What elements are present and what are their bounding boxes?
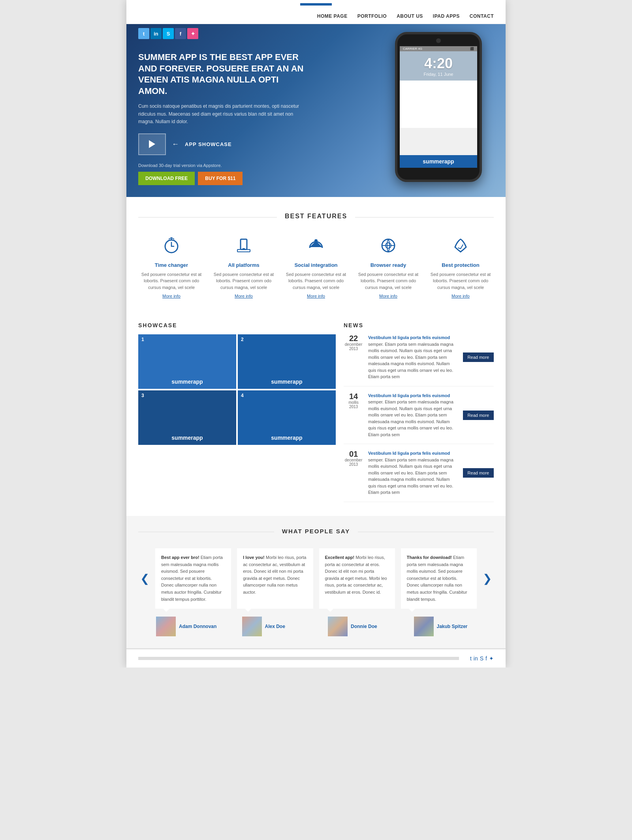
showcase-num-1: 1 bbox=[141, 337, 144, 342]
phone-time-area: 4:20 Friday, 11 June bbox=[400, 51, 477, 81]
footer-divider bbox=[138, 657, 459, 660]
carousel-next-button[interactable]: ❯ bbox=[481, 572, 494, 585]
showcase-play-button[interactable] bbox=[138, 133, 166, 155]
feature-all-platforms: All platforms Sed posuere consectetur es… bbox=[211, 234, 277, 299]
news-date-3: 01 december 2013 bbox=[344, 450, 363, 496]
nav-ipad[interactable]: IPAD APPS bbox=[433, 13, 460, 19]
hero-description: Cum sociis natoque penatibus et magnis d… bbox=[138, 103, 304, 126]
phone-app-name: summerapp bbox=[400, 155, 477, 168]
testimonial-4: Thanks for download! Etiam porta sem mal… bbox=[401, 548, 477, 609]
testimonial-1: Best app ever bro! Etiam porta sem males… bbox=[155, 548, 231, 609]
footer-linkedin-icon[interactable]: in bbox=[474, 655, 478, 662]
showcase-appname-2: summerapp bbox=[271, 379, 302, 385]
play-icon bbox=[149, 140, 155, 148]
phone-battery: ⬛ bbox=[470, 47, 474, 51]
nav-about[interactable]: ABOUT US bbox=[397, 13, 423, 19]
buy-button[interactable]: BUY FOR $11 bbox=[198, 172, 243, 185]
showcase-item-3[interactable]: 3 summerapp bbox=[138, 390, 236, 445]
dribbble-icon[interactable]: ✦ bbox=[187, 28, 198, 39]
testimonial-bold-4: Thanks for download! bbox=[407, 555, 452, 560]
all-platforms-link[interactable]: More info bbox=[211, 294, 277, 298]
news-link-2[interactable]: Vestibulum Id ligula porta felis euismod bbox=[368, 393, 450, 398]
features-section: BEST FEATURES Time changer Sed posuere c… bbox=[126, 197, 506, 315]
svg-point-7 bbox=[314, 239, 318, 242]
news-read-more-3[interactable]: Read more bbox=[463, 468, 494, 478]
best-protection-icon bbox=[449, 234, 472, 257]
social-integration-desc: Sed posuere consectetur est at lobortis.… bbox=[283, 271, 349, 291]
author-name-3: Donnie Doe bbox=[351, 624, 377, 629]
hero-showcase: ← APP SHOWCASE bbox=[138, 133, 304, 155]
showcase-appname-4: summerapp bbox=[271, 435, 302, 441]
footer-facebook-icon[interactable]: f bbox=[485, 655, 487, 662]
browser-ready-desc: Sed posuere consectetur est at lobortis.… bbox=[355, 271, 421, 291]
nav-home[interactable]: HOME PAGE bbox=[317, 13, 348, 19]
author-name-4: Jakub Spitzer bbox=[437, 624, 468, 629]
news-day-1: 22 bbox=[344, 334, 363, 342]
twitter-icon[interactable]: t bbox=[138, 28, 149, 39]
nav-portfolio[interactable]: PORTFOLIO bbox=[357, 13, 387, 19]
showcase-item-4[interactable]: 4 summerapp bbox=[238, 390, 336, 445]
showcase-arrow-icon: ← bbox=[172, 140, 179, 148]
main-nav: HOME PAGE PORTFOLIO ABOUT US IPAD APPS C… bbox=[126, 9, 506, 24]
linkedin-icon[interactable]: in bbox=[150, 28, 162, 39]
news-item-3: 01 december 2013 Vestibulum Id ligula po… bbox=[344, 450, 494, 502]
news-area: NEWS 22 december 2013 Vestibulum Id ligu… bbox=[344, 322, 494, 508]
phone-carrier: CARRIER 4G bbox=[403, 47, 422, 51]
time-changer-desc: Sed posuere consectetur est at lobortis.… bbox=[138, 271, 205, 291]
footer-dribbble-icon[interactable]: ✦ bbox=[489, 655, 494, 662]
footer-twitter-icon[interactable]: t bbox=[470, 655, 472, 662]
skype-icon[interactable]: S bbox=[163, 28, 174, 39]
testimonial-3: Excellent app! Morbi leo risus, porta ac… bbox=[319, 548, 395, 609]
social-integration-link[interactable]: More info bbox=[283, 294, 349, 298]
all-platforms-name: All platforms bbox=[211, 262, 277, 268]
showcase-appname-1: summerapp bbox=[171, 379, 203, 385]
download-free-button[interactable]: DOWNLOAD FREE bbox=[138, 172, 195, 185]
facebook-icon[interactable]: f bbox=[175, 28, 186, 39]
testimonials-carousel: ❮ Best app ever bro! Etiam porta sem mal… bbox=[138, 548, 494, 609]
hero-section: t in S f ✦ SUMMER APP IS THE BEST APP EV… bbox=[126, 24, 506, 197]
news-read-more-2[interactable]: Read more bbox=[463, 411, 494, 420]
best-protection-desc: Sed posuere consectetur est at lobortis.… bbox=[427, 271, 494, 291]
author-avatar-1 bbox=[156, 617, 176, 636]
hero-content: SUMMER APP IS THE BEST APP EVER AND FORE… bbox=[138, 40, 304, 185]
news-item-2: 14 mollis 2013 Vestibulum Id ligula port… bbox=[344, 392, 494, 444]
showcase-grid: 1 summerapp 2 summerapp 3 summerapp 4 su… bbox=[138, 334, 336, 445]
phone-status-bar: CARRIER 4G ⬛ bbox=[400, 46, 477, 51]
news-link-3[interactable]: Vestibulum Id ligula porta felis euismod bbox=[368, 451, 450, 456]
features-header: BEST FEATURES bbox=[138, 213, 494, 222]
browser-ready-link[interactable]: More info bbox=[355, 294, 421, 298]
testimonial-authors: Adam Donnovan Alex Doe Donnie Doe Jakub … bbox=[138, 617, 494, 636]
showcase-appname-3: summerapp bbox=[171, 435, 203, 441]
author-name-1: Adam Donnovan bbox=[179, 624, 216, 629]
browser-ready-name: Browser ready bbox=[355, 262, 421, 268]
author-4: Jakub Spitzer bbox=[414, 617, 494, 636]
best-protection-link[interactable]: More info bbox=[427, 294, 494, 298]
news-text-1: semper. Etiam porta sem malesuada magna … bbox=[368, 342, 453, 379]
nav-contact[interactable]: CONTACT bbox=[470, 13, 494, 19]
author-avatar-2 bbox=[242, 617, 262, 636]
showcase-num-2: 2 bbox=[241, 337, 244, 342]
news-year-1: 2013 bbox=[344, 347, 363, 351]
phone-white-area bbox=[400, 81, 477, 128]
news-text-3: semper. Etiam porta sem malesuada magna … bbox=[368, 458, 453, 495]
feature-time-changer: Time changer Sed posuere consectetur est… bbox=[138, 234, 205, 299]
showcase-item-2[interactable]: 2 summerapp bbox=[238, 334, 336, 389]
features-grid: Time changer Sed posuere consectetur est… bbox=[138, 234, 494, 299]
svg-line-12 bbox=[461, 245, 463, 249]
news-read-more-1[interactable]: Read more bbox=[463, 352, 494, 362]
best-protection-name: Best protection bbox=[427, 262, 494, 268]
carousel-prev-button[interactable]: ❮ bbox=[138, 572, 151, 585]
showcase-item-1[interactable]: 1 summerapp bbox=[138, 334, 236, 389]
news-link-1[interactable]: Vestibulum Id ligula porta felis euismod bbox=[368, 335, 450, 340]
time-changer-link[interactable]: More info bbox=[138, 294, 205, 298]
testimonial-bold-3: Excellent app! bbox=[325, 555, 355, 560]
footer-skype-icon[interactable]: S bbox=[480, 655, 483, 662]
testimonial-text-3: Morbi leo risus, porta ac consectetur at… bbox=[325, 555, 387, 594]
showcase-title: SHOWCASE bbox=[138, 322, 336, 328]
testimonials-header: WHAT PEOPLE SAY bbox=[138, 528, 494, 536]
showcase-area: SHOWCASE 1 summerapp 2 summerapp 3 summe… bbox=[138, 322, 344, 508]
news-day-3: 01 bbox=[344, 450, 363, 458]
features-title: BEST FEATURES bbox=[285, 213, 347, 220]
top-accent bbox=[300, 3, 332, 6]
time-changer-icon bbox=[160, 234, 183, 257]
